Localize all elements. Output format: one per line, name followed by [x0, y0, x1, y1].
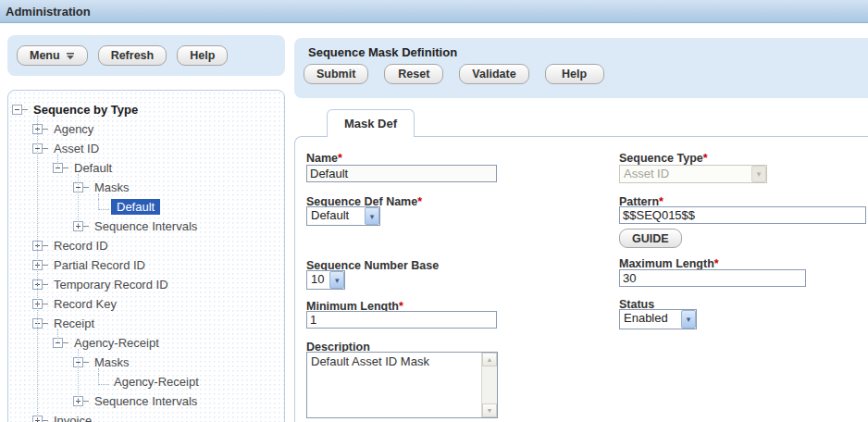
refresh-button[interactable]: Refresh — [98, 45, 167, 66]
tree-toolbar: MenuRefreshHelp — [7, 35, 285, 76]
tree-guide-line — [57, 329, 58, 342]
tree-node-default-3[interactable]: Default — [8, 158, 284, 178]
sequence-type-label: Sequence Type* — [619, 149, 708, 166]
tree-node-sequence-by-type-0[interactable]: Sequence by Type — [8, 100, 284, 119]
tree-node-masks-4[interactable]: Masks — [8, 178, 284, 197]
tab-mask-def[interactable]: Mask Def — [327, 109, 415, 137]
tree-node-label[interactable]: Default — [111, 199, 160, 215]
sequence-def-name-select[interactable]: Default ▾ — [306, 206, 380, 226]
node-dash — [43, 420, 48, 421]
button-label: Help — [190, 49, 215, 62]
tree-guide-line — [37, 116, 38, 420]
submit-button[interactable]: Submit — [304, 64, 368, 84]
tree-node-sequence-intervals-15[interactable]: Sequence Intervals — [8, 391, 284, 411]
tree-node-asset-id-2[interactable]: Asset ID — [8, 139, 284, 158]
tree-node-label[interactable]: Agency — [51, 121, 96, 137]
tree-guide-line — [57, 155, 58, 168]
tree-node-masks-13[interactable]: Masks — [8, 353, 284, 372]
name-label: Name* — [306, 149, 342, 166]
collapse-icon[interactable] — [12, 105, 22, 115]
node-dash — [63, 168, 68, 168]
node-dash — [43, 284, 48, 285]
tree-node-label[interactable]: Sequence Intervals — [92, 393, 200, 409]
tree-guide-line — [78, 174, 79, 226]
help-button[interactable]: Help — [545, 64, 604, 84]
pattern-input[interactable] — [619, 206, 866, 224]
tree-node-record-id-7[interactable]: Record ID — [8, 236, 284, 255]
sequence-type-select: Asset ID ▾ — [619, 165, 767, 183]
tree-node-label[interactable]: Asset ID — [51, 141, 102, 156]
node-dash — [83, 187, 89, 188]
help-button[interactable]: Help — [177, 45, 228, 66]
node-dash — [83, 226, 89, 227]
tree-node-label[interactable]: Sequence Intervals — [92, 218, 200, 234]
tree-node-label[interactable]: Agency-Receipt — [111, 374, 202, 390]
tree-node-label[interactable]: Partial Record ID — [51, 257, 148, 273]
section-title: Sequence Mask Definition — [308, 45, 868, 59]
node-dash — [43, 148, 48, 149]
chevron-down-icon[interactable]: ▾ — [681, 310, 696, 329]
node-dash — [83, 401, 89, 402]
tree-node-label[interactable]: Sequence by Type — [31, 102, 141, 118]
node-dash — [43, 323, 48, 324]
node-dash — [43, 265, 48, 266]
textarea-scrollbar[interactable]: ▲ ▼ — [481, 353, 497, 417]
tree-node-agency-receipt-12[interactable]: Agency-Receipt — [8, 333, 284, 353]
action-toolbar: SubmitResetValidateHelp — [304, 64, 868, 84]
tree-node-label[interactable]: Temporary Record ID — [51, 277, 171, 292]
app-header: Administration — [0, 0, 868, 23]
chevron-down-icon[interactable]: ▾ — [365, 207, 379, 225]
tab-label: Mask Def — [344, 117, 397, 130]
leaf-connector-icon — [98, 374, 109, 385]
mask-def-form: Name* Sequence Type* Asset ID ▾ Sequence… — [294, 136, 868, 422]
name-input[interactable] — [306, 165, 497, 182]
tree: Sequence by TypeAgencyAsset IDDefaultMas… — [8, 91, 284, 422]
tree-node-label[interactable]: Invoice — [51, 413, 94, 422]
validate-button[interactable]: Validate — [459, 64, 528, 84]
status-select[interactable]: Enabled ▾ — [619, 309, 697, 329]
description-field: Default Asset ID Mask ▲ ▼ — [306, 352, 498, 418]
node-dash — [43, 245, 48, 246]
minimum-length-input[interactable] — [306, 311, 497, 329]
guide-button[interactable]: GUIDE — [619, 229, 682, 248]
main-header: Sequence Mask Definition SubmitResetVali… — [294, 38, 868, 98]
scroll-down-icon[interactable]: ▼ — [482, 403, 497, 417]
maximum-length-input[interactable] — [619, 269, 806, 287]
tree-node-default-5[interactable]: Default — [8, 197, 284, 217]
button-label: Menu — [30, 49, 60, 62]
tree-node-invoice-16[interactable]: Invoice — [8, 411, 284, 422]
tree-guide-line — [98, 368, 99, 381]
leaf-connector-icon — [98, 199, 109, 210]
sequence-number-base-select[interactable]: 10 ▾ — [306, 270, 345, 290]
tree-node-label[interactable]: Record Key — [51, 296, 119, 312]
tree-node-label[interactable]: Agency-Receipt — [71, 335, 162, 351]
menu-button[interactable]: Menu — [17, 45, 88, 66]
reset-button[interactable]: Reset — [384, 64, 443, 84]
tree-node-agency-1[interactable]: Agency — [8, 119, 284, 139]
node-dash — [63, 342, 68, 343]
tree-node-temporary-record-id-9[interactable]: Temporary Record ID — [8, 275, 284, 294]
description-textarea[interactable]: Default Asset ID Mask — [307, 353, 481, 417]
node-dash — [22, 109, 28, 110]
chevron-down-icon[interactable]: ▾ — [329, 271, 344, 289]
tree-panel: Sequence by TypeAgencyAsset IDDefaultMas… — [7, 90, 285, 422]
tree-node-receipt-11[interactable]: Receipt — [8, 314, 284, 333]
button-label: Refresh — [111, 49, 155, 62]
node-dash — [83, 362, 89, 363]
tree-node-partial-record-id-8[interactable]: Partial Record ID — [8, 255, 284, 275]
tree-node-label[interactable]: Record ID — [51, 238, 111, 254]
tree-guide-line — [98, 193, 99, 206]
page-title: Administration — [6, 5, 91, 19]
tree-guide-line — [78, 349, 79, 401]
tree-node-record-key-10[interactable]: Record Key — [8, 294, 284, 314]
node-dash — [43, 304, 48, 304]
scroll-up-icon[interactable]: ▲ — [482, 353, 497, 366]
tree-node-sequence-intervals-6[interactable]: Sequence Intervals — [8, 217, 284, 236]
menu-caret-icon — [66, 52, 75, 60]
node-dash — [43, 129, 48, 130]
tree-node-agency-receipt-14[interactable]: Agency-Receipt — [8, 372, 284, 391]
chevron-down-icon: ▾ — [751, 166, 766, 182]
